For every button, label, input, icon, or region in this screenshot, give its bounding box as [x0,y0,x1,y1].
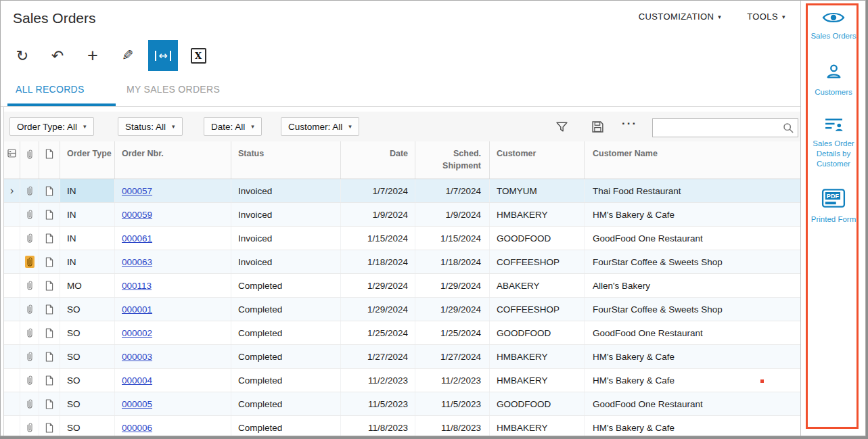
table-row[interactable]: SO 000002 Completed 1/25/2024 1/25/2024 … [4,321,801,345]
add-record-button[interactable]: + [78,40,108,71]
table-row[interactable]: SO 000006 Completed 11/8/2023 11/8/2023 … [4,416,801,436]
table-row[interactable]: › IN 000057 Invoiced 1/7/2024 1/7/2024 T… [4,179,801,203]
note-icon [45,352,53,362]
paperclip-icon [25,327,35,339]
table-row[interactable]: SO 000003 Completed 1/27/2024 1/27/2024 … [4,345,801,369]
sidebar-item-sales-order-details-by-customer[interactable]: Sales Order Details by Customer [801,117,866,169]
edit-record-button[interactable]: ✎ [113,40,143,71]
add-icon: + [87,45,98,66]
note-cell[interactable] [39,179,60,202]
filter-chip-status[interactable]: Status: All▾ [118,117,183,136]
table-row[interactable]: SO 000004 Completed 11/2/2023 11/2/2023 … [4,369,801,392]
row-indicator [4,345,20,368]
note-cell[interactable] [39,369,60,392]
order-nbr-link[interactable]: 000059 [122,210,152,220]
order-nbr-link[interactable]: 000006 [122,423,152,433]
column-header-order-nbr[interactable]: Order Nbr. [115,141,231,179]
chevron-down-icon: ▾ [348,123,352,130]
column-header-sched-shipment[interactable]: Sched. Shipment [415,141,490,179]
save-filter-button[interactable] [591,120,604,136]
order-nbr-link[interactable]: 000003 [122,352,152,362]
filter-chip-customer[interactable]: Customer: All▾ [281,117,359,136]
status-cell: Completed [231,321,341,344]
attachment-cell[interactable] [20,274,39,297]
column-header-status[interactable]: Status [231,141,341,179]
note-icon [45,304,53,315]
row-indicator [4,203,20,226]
search-input[interactable] [656,120,780,136]
filter-chip-order-type[interactable]: Order Type: All▾ [9,117,94,136]
tab-my-sales-orders[interactable]: MY SALES ORDERS [127,84,220,95]
attachment-cell[interactable] [20,416,39,436]
note-cell[interactable] [39,321,60,344]
order-nbr-link[interactable]: 000113 [122,281,152,291]
column-header-date[interactable]: Date [341,141,415,179]
note-cell[interactable] [39,203,60,226]
customization-menu[interactable]: CUSTOMIZATION▾ [639,11,722,22]
attachment-cell[interactable] [20,298,39,321]
status-cell: Invoiced [231,203,341,226]
attachment-cell[interactable] [20,227,39,250]
note-cell[interactable] [39,298,60,321]
filter-settings-button[interactable] [555,120,568,136]
note-icon [45,210,53,220]
attachment-cell[interactable] [20,321,39,344]
table-row[interactable]: MO 000113 Completed 1/29/2024 1/29/2024 … [4,274,801,298]
note-cell[interactable] [39,227,60,250]
row-indicator [4,416,20,436]
tab-all-records[interactable]: ALL RECORDS [16,84,85,95]
sched-shipment-cell: 1/25/2024 [415,321,490,344]
column-header-row-settings[interactable] [4,141,20,179]
order-nbr-link[interactable]: 000061 [122,233,152,244]
sidebar-item-printed-form[interactable]: PDF Printed Form [801,188,866,225]
order-nbr-link[interactable]: 000063 [122,257,152,267]
order-nbr-cell: 000005 [115,392,231,415]
attachment-cell[interactable] [20,369,39,392]
date-cell: 11/5/2023 [341,392,415,415]
fit-width-button[interactable]: ↔ [148,40,178,71]
sched-shipment-cell: 1/7/2024 [415,179,490,202]
table-row[interactable]: SO 000005 Completed 11/5/2023 11/5/2023 … [4,392,801,416]
attachment-cell[interactable] [20,179,39,202]
sched-shipment-cell: 1/9/2024 [415,203,490,226]
filter-chip-date[interactable]: Date: All▾ [204,117,262,136]
column-header-order-type[interactable]: Order Type [60,141,115,179]
refresh-icon: ↻ [16,47,28,64]
note-cell[interactable] [39,416,60,436]
column-header-customer-name[interactable]: Customer Name [585,141,801,179]
order-nbr-link[interactable]: 000057 [122,186,152,196]
customer-name-cell: HM's Bakery & Cafe [585,369,801,392]
attachment-cell[interactable] [20,203,39,226]
note-cell[interactable] [39,250,60,273]
status-cell: Completed [231,416,341,436]
order-nbr-link[interactable]: 000002 [122,328,152,338]
order-nbr-link[interactable]: 000005 [122,399,152,409]
column-header-notes[interactable] [39,141,60,179]
attachment-cell[interactable] [20,345,39,368]
tools-menu[interactable]: TOOLS▾ [747,11,785,22]
sidebar-item-sales-orders[interactable]: Sales Orders [801,10,866,41]
order-nbr-link[interactable]: 000001 [122,304,152,315]
sched-shipment-cell: 1/15/2024 [415,227,490,250]
table-row[interactable]: SO 000001 Completed 1/29/2024 1/29/2024 … [4,298,801,321]
sched-shipment-cell: 1/29/2024 [415,298,490,321]
table-row[interactable]: IN 000059 Invoiced 1/9/2024 1/9/2024 HMB… [4,203,801,227]
sidebar-item-customers[interactable]: Customers [801,63,866,97]
customer-name-cell: HM's Bakery & Cafe [585,345,801,368]
table-row[interactable]: IN 000063 Invoiced 1/18/2024 1/18/2024 C… [4,250,801,274]
refresh-button[interactable]: ↻ [7,40,37,71]
column-header-attachments[interactable] [20,141,39,179]
attachment-cell[interactable] [20,250,39,273]
note-cell[interactable] [39,345,60,368]
export-excel-button[interactable]: X [183,40,213,71]
more-options-button[interactable]: ... [622,114,637,128]
table-row[interactable]: IN 000061 Invoiced 1/15/2024 1/15/2024 G… [4,227,801,250]
save-icon [591,120,604,133]
status-cell: Invoiced [231,179,341,202]
note-cell[interactable] [39,274,60,297]
attachment-cell[interactable] [20,392,39,415]
note-cell[interactable] [39,392,60,415]
order-nbr-link[interactable]: 000004 [122,375,152,386]
column-header-customer[interactable]: Customer [490,141,585,179]
undo-button[interactable]: ↶ [43,40,72,71]
